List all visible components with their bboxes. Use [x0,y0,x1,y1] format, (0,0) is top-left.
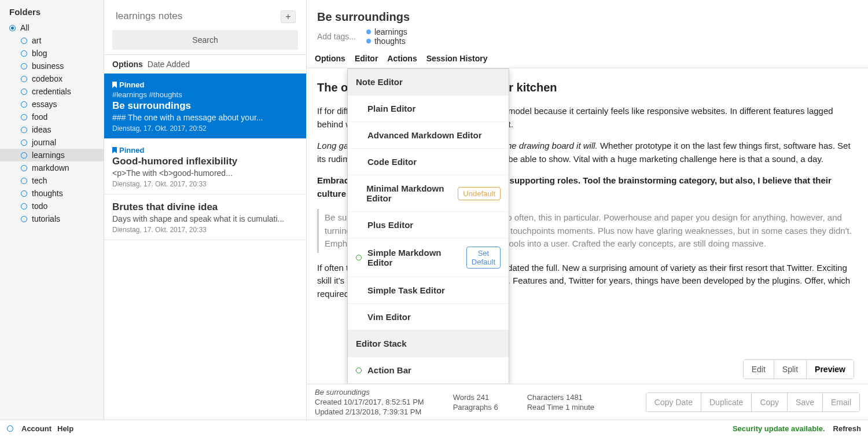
folder-item-food[interactable]: food [0,111,104,123]
tag-label: thoughts [374,36,406,46]
note-item-date: Dienstag, 17. Okt. 2017, 20:52 [112,124,298,133]
view-edit-button[interactable]: Edit [744,360,774,379]
folder-item-codebox[interactable]: codebox [0,72,104,85]
radio-icon [21,190,27,197]
editor-menu-label: Vim Editor [367,312,411,322]
meta-note-name: Be surroundings [315,388,370,396]
note-list-item[interactable]: Brutes that divine ideaDays with shape a… [104,194,306,240]
note-item-date: Dienstag, 17. Okt. 2017, 20:33 [112,180,298,188]
search-button[interactable]: Search [112,30,298,50]
notes-list-header: Options Date Added [104,54,306,74]
editor-menu-item[interactable]: Plus Editor [348,212,509,238]
menu-actions[interactable]: Actions [387,54,417,63]
search-input[interactable] [112,8,298,24]
security-notice: Security update available. [733,424,825,433]
folder-item-learnings[interactable]: learnings [0,149,104,161]
meta-updated: Updated 2/13/2018, 7:39:31 PM [315,407,424,416]
menu-options[interactable]: Options [315,54,345,63]
radio-icon [21,178,27,184]
menu-session-history[interactable]: Session History [426,54,488,63]
folder-item-markdown[interactable]: markdown [0,161,104,174]
folder-item-tech[interactable]: tech [0,174,104,187]
menu-editor[interactable]: Editor [355,54,378,63]
radio-icon [21,89,27,95]
duplicate-button[interactable]: Duplicate [701,393,752,412]
editor-menu-label: Action Bar [367,365,411,375]
radio-icon [21,203,27,210]
radio-icon [21,63,27,69]
note-list-item[interactable]: PinnedGood-humored inflexibility<p>The w… [104,139,306,194]
refresh-button[interactable]: Refresh [833,424,861,433]
notes-column: + Search Options Date Added Pinned#learn… [104,0,307,420]
folder-item-ideas[interactable]: ideas [0,123,104,136]
note-tags: #learnings #thoughts [112,90,298,99]
editor-menu-item[interactable]: Code Editor [348,149,509,175]
radio-icon [21,38,27,44]
note-item-preview: Days with shape and speak what it is cum… [112,214,298,223]
folder-item-blog[interactable]: blog [0,47,104,60]
copy-date-button[interactable]: Copy Date [646,393,701,412]
meta-readtime: 1 minute [565,403,594,412]
editor-menu-item[interactable]: Action Bar [348,357,509,384]
editor-menu-label: Plain Editor [367,104,415,113]
folder-label: ideas [32,125,51,134]
editor-menu-item[interactable]: Minimal Markdown EditorUndefault [348,175,509,212]
folder-item-journal[interactable]: journal [0,136,104,149]
editor-menu-item[interactable]: Simple Task Editor [348,277,509,304]
folder-label: essays [32,100,57,109]
folder-label: markdown [32,163,69,172]
editor-menu-item[interactable]: Plain Editor [348,96,509,122]
undefault-button[interactable]: Undefault [458,187,501,200]
folder-item-essays[interactable]: essays [0,98,104,111]
tag-dot-icon [366,30,371,34]
radio-icon [21,76,27,82]
note-item-date: Dienstag, 17. Okt. 2017, 20:33 [112,226,298,234]
folder-item-all[interactable]: All [0,21,104,34]
folder-label: todo [32,201,47,211]
editor-menu-item[interactable]: Advanced Markdown Editor [348,122,509,149]
view-preview-button[interactable]: Preview [807,360,854,379]
note-meta-bar: Be surroundings Created 10/17/2017, 8:52… [307,384,868,420]
pinned-label: Pinned [112,80,298,89]
save-button[interactable]: Save [788,393,823,412]
meta-characters: 1481 [566,393,583,402]
note-list-item[interactable]: Pinned#learnings #thoughtsBe surrounding… [104,74,306,139]
folder-item-credentials[interactable]: credentials [0,85,104,98]
tag-label: learnings [374,27,407,36]
tag-dot-icon [366,39,371,43]
note-item-title: Good-humored inflexibility [112,156,298,167]
editor-panel: Be surroundings Add tags... learningstho… [307,0,868,420]
folder-item-todo[interactable]: todo [0,200,104,212]
email-button[interactable]: Email [823,393,859,412]
editor-menu-label: Advanced Markdown Editor [367,130,482,140]
folder-label: codebox [32,74,62,83]
status-bar: Account Help Security update available. … [0,420,868,437]
help-button[interactable]: Help [57,424,73,433]
folder-item-thoughts[interactable]: thoughts [0,187,104,200]
copy-button[interactable]: Copy [752,393,788,412]
new-note-button[interactable]: + [281,10,296,23]
folder-label: business [32,61,64,71]
radio-icon [21,50,27,57]
editor-menu-item[interactable]: Simple Markdown EditorSet Default [348,238,509,277]
notes-options-label[interactable]: Options [112,60,143,69]
set-default-button[interactable]: Set Default [466,247,501,269]
tag-chip[interactable]: thoughts [366,36,407,46]
editor-menu-item: Editor Stack [348,330,509,357]
tag-chip[interactable]: learnings [366,27,407,36]
account-button[interactable]: Account [21,424,52,433]
view-split-button[interactable]: Split [774,360,807,379]
notes-sort-label[interactable]: Date Added [148,60,190,69]
folder-item-art[interactable]: art [0,34,104,47]
folder-label: art [32,36,41,45]
note-item-preview: ### The one with a message about your... [112,113,298,122]
active-indicator-icon [356,255,362,260]
folder-item-business[interactable]: business [0,60,104,72]
radio-icon [9,25,16,31]
editor-menu-label: Note Editor [356,77,403,87]
add-tags-button[interactable]: Add tags... [317,32,356,41]
note-title: Be surroundings [317,10,858,24]
editor-menu-label: Simple Markdown Editor [367,248,461,267]
folder-item-tutorials[interactable]: tutorials [0,212,104,225]
editor-menu-item[interactable]: Vim Editor [348,304,509,330]
